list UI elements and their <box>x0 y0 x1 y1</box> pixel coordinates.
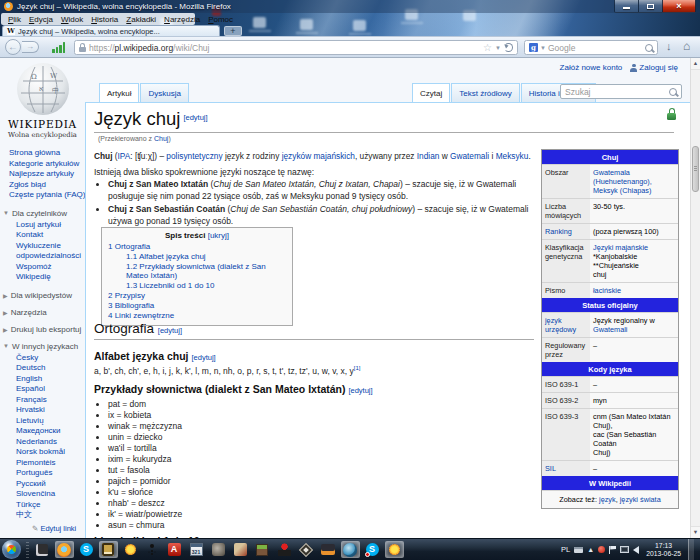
taskbar-icon-skype-alert[interactable] <box>363 541 382 558</box>
sidebar-link-kontakt[interactable]: Kontakt <box>16 230 85 241</box>
intro-link[interactable]: IPA <box>118 151 131 161</box>
infobox-link[interactable]: łacińskie <box>593 286 621 295</box>
redirect-link[interactable]: Chuj <box>154 135 168 142</box>
back-button[interactable]: ← <box>5 39 21 55</box>
page-tab-tekst-źródłowy[interactable]: Tekst źródłowy <box>451 83 519 102</box>
login-link[interactable]: Zaloguj się <box>630 63 678 72</box>
action-center-flag-icon[interactable] <box>609 546 616 554</box>
bookmark-star-icon[interactable]: ☆ <box>483 43 492 53</box>
menu-pomoc[interactable]: Pomoc <box>204 15 237 24</box>
sidebar-section-dla-wikipedystów[interactable]: ▶Dla wikipedystów <box>0 291 85 300</box>
sidebar-link-wspomóż-wikipedię[interactable]: Wspomóż Wikipedię <box>16 262 88 283</box>
edit-section-link[interactable]: [edytuj] <box>183 113 207 122</box>
intro-link[interactable]: polisyntetyczny <box>166 151 222 161</box>
menu-plik[interactable]: Plik <box>4 15 25 24</box>
wikipedia-globe-logo[interactable]: ΩWא中 <box>17 63 69 115</box>
sidebar-link-hrvatski[interactable]: Hrvatski <box>16 405 85 416</box>
sidebar-link-kategorie-artykułów[interactable]: Kategorie artykułów <box>9 159 85 170</box>
extension-bars-icon[interactable] <box>52 41 67 53</box>
search-engine-dropdown-icon[interactable]: ▼ <box>540 45 546 51</box>
show-desktop-button[interactable] <box>688 539 694 560</box>
edit-section-link[interactable]: [edytuj] <box>158 326 182 335</box>
taskbar-icon-photo-viewer[interactable] <box>297 541 316 558</box>
sidebar-section-w-innych-językach[interactable]: ▼W innych językach <box>0 342 85 351</box>
sidebar-link--[interactable]: Македонски <box>16 426 85 437</box>
create-account-link[interactable]: Załóż nowe konto <box>560 63 623 72</box>
sidebar-link-espa-ol[interactable]: Español <box>16 384 85 395</box>
infobox-link[interactable]: Gwatemala (Huehuetenango), <box>593 168 652 186</box>
taskbar-icon-globe-app[interactable] <box>341 541 360 558</box>
taskbar-icon-media-player-classic[interactable] <box>187 541 206 558</box>
sidebar-link--[interactable]: Русский <box>16 479 85 490</box>
taskbar-icon-game-1[interactable] <box>209 541 228 558</box>
scrollbar-thumb[interactable] <box>692 146 699 192</box>
menu-narzędzia[interactable]: Narzędzia <box>160 15 204 24</box>
sidebar-link-lietuvi-[interactable]: Lietuvių <box>16 416 85 427</box>
toc-link[interactable]: 1.1 Alfabet języka chuj <box>108 252 286 262</box>
infobox-link[interactable]: Meksyk (Chiapas) <box>593 186 651 195</box>
toc-link[interactable]: 2 Przypisy <box>108 291 286 301</box>
minimize-button[interactable] <box>614 0 638 13</box>
page-tab-czytaj[interactable]: Czytaj <box>412 83 450 102</box>
sidebar-section-narzędzia[interactable]: ▶Narzędzia <box>0 308 85 317</box>
taskbar-icon-minecraft[interactable] <box>253 541 272 558</box>
sidebar-link-piemont-is[interactable]: Piemontèis <box>16 458 85 469</box>
sidebar-link-najlepsze-artykuły[interactable]: Najlepsze artykuły <box>9 169 85 180</box>
infobox-link[interactable]: język <box>599 495 616 504</box>
intro-link[interactable]: Indian <box>417 151 440 161</box>
forward-button[interactable]: → <box>22 41 39 53</box>
sidebar-link-sloven-ina[interactable]: Slovenčina <box>16 489 85 500</box>
menu-zakładki[interactable]: Zakładki <box>122 15 160 24</box>
sidebar-link-częste-pytania-faq-[interactable]: Częste pytania (FAQ) <box>9 190 85 201</box>
sidebar-section-drukuj-lub-eksportuj[interactable]: ▶Drukuj lub eksportuj <box>0 325 85 334</box>
infobox-label[interactable]: język urzędowy <box>542 313 590 337</box>
sidebar-link-nederlands[interactable]: Nederlands <box>16 437 85 448</box>
sidebar-link-english[interactable]: English <box>16 374 85 385</box>
scroll-down-icon[interactable]: ▼ <box>691 526 700 538</box>
sidebar-section-dla-czytelników[interactable]: ▼Dla czytelników <box>0 209 85 218</box>
wiki-search-box[interactable]: Szukaj <box>560 84 682 99</box>
page-tab-dyskusja[interactable]: Dyskusja <box>140 83 188 102</box>
toc-hide-link[interactable]: [ukryj] <box>208 231 229 240</box>
sidebar-link-norsk-bokm-l[interactable]: Norsk bokmål <box>16 447 85 458</box>
sidebar-link-deutsch[interactable]: Deutsch <box>16 363 85 374</box>
window-titlebar[interactable]: Język chuj – Wikipedia, wolna encykloped… <box>0 0 700 13</box>
toc-link[interactable]: 1 Ortografia <box>108 242 286 252</box>
taskbar-icon-graphics-editor[interactable] <box>33 541 52 558</box>
search-bar[interactable]: g ▼ Google <box>524 40 658 55</box>
sidebar-link-zgłoś-błąd[interactable]: Zgłoś błąd <box>9 180 85 191</box>
sidebar-link--[interactable]: 中文 <box>16 510 85 521</box>
infobox-link[interactable]: Języki majańskie <box>593 243 648 252</box>
volume-tray-icon[interactable] <box>633 546 639 554</box>
page-tab-artykuł[interactable]: Artykuł <box>99 83 139 102</box>
taskbar-icon-game-2[interactable] <box>231 541 250 558</box>
new-tab-button[interactable]: + <box>224 26 242 36</box>
taskbar-icon-sun-app[interactable] <box>121 541 140 558</box>
reference-link[interactable]: [1] <box>354 365 361 371</box>
wiki-search-icon[interactable] <box>669 88 677 96</box>
close-button[interactable]: × <box>662 0 696 13</box>
taskbar-icon-firefox[interactable] <box>55 541 74 558</box>
browser-tab[interactable]: W Język chuj – Wikipedia, wolna encyklop… <box>2 25 220 36</box>
sidebar-edit-links[interactable]: ✎ Edytuj linki <box>0 524 85 533</box>
intro-link[interactable]: Meksyku <box>496 151 529 161</box>
toc-link[interactable]: 4 Linki zewnętrzne <box>108 311 286 321</box>
taskbar-icon-skype[interactable] <box>77 541 96 558</box>
sidebar-link-portugu-s[interactable]: Português <box>16 468 85 479</box>
taskbar-icon-video-app[interactable] <box>319 541 338 558</box>
sidebar-link-fran-ais[interactable]: Français <box>16 395 85 406</box>
infobox-link[interactable]: Gwatemali <box>593 325 627 334</box>
url-text[interactable]: https://pl.wikipedia.org/wiki/Chuj <box>89 43 480 53</box>
clock[interactable]: 17:13 2013-06-25 <box>643 542 684 558</box>
infobox-label[interactable]: Ranking <box>542 224 590 239</box>
sidebar-link-strona-główna[interactable]: Strona główna <box>9 148 85 159</box>
taskbar-icon-adobe-reader[interactable] <box>165 541 184 558</box>
scroll-up-icon[interactable]: ▲ <box>691 58 700 70</box>
infobox-link[interactable]: języki świata <box>620 495 661 504</box>
sidebar-link-losuj-artykuł[interactable]: Losuj artykuł <box>16 220 85 231</box>
language-indicator[interactable]: PL <box>561 545 570 554</box>
taskbar-icon-chat-app[interactable] <box>99 541 118 558</box>
vertical-scrollbar[interactable]: ▲ ▼ <box>690 58 700 538</box>
menu-edycja[interactable]: Edycja <box>25 15 57 24</box>
taskbar-icon-joystick-game[interactable] <box>275 541 294 558</box>
